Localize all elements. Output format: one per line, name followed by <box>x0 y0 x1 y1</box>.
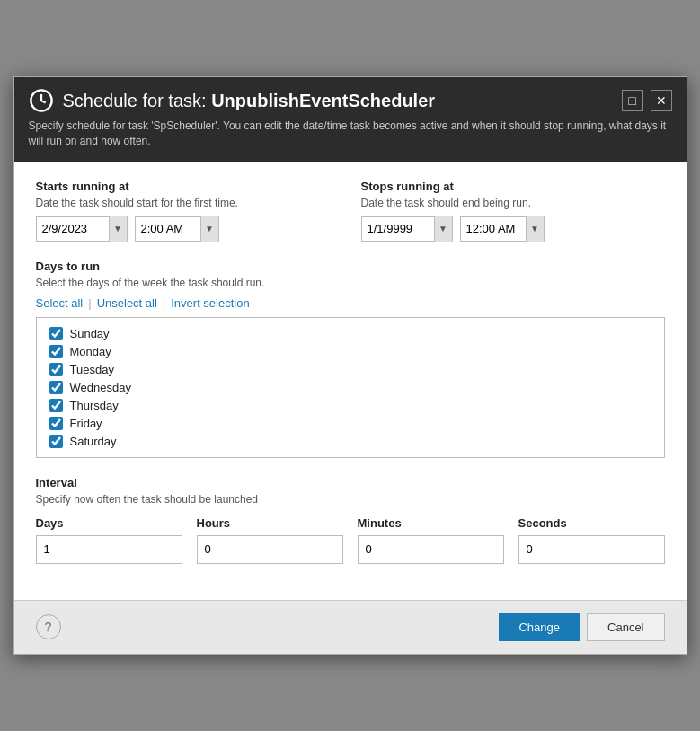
stops-time-input[interactable] <box>461 220 526 237</box>
days-to-run-title: Days to run <box>36 260 665 273</box>
starts-date-select[interactable]: ▼ <box>36 216 128 242</box>
day-item-friday: Friday <box>49 417 651 430</box>
dialog-header: Schedule for task: UnpublishEventSchedul… <box>14 77 687 162</box>
day-item-wednesday: Wednesday <box>49 381 651 394</box>
stops-running-desc: Date the task should end being run. <box>361 197 665 209</box>
cancel-button[interactable]: Cancel <box>587 613 664 641</box>
select-all-button[interactable]: Select all <box>36 296 84 310</box>
schedule-dialog: Schedule for task: UnpublishEventSchedul… <box>13 76 687 655</box>
interval-field-days: Days <box>36 516 182 564</box>
interval-label-hours: Hours <box>197 516 343 530</box>
day-label-saturday: Saturday <box>70 435 117 448</box>
day-label-thursday: Thursday <box>70 399 119 412</box>
interval-input-hours[interactable] <box>197 535 343 564</box>
starts-running-desc: Date the task should start for the first… <box>36 197 340 209</box>
day-checkbox-thursday[interactable] <box>49 399 63 412</box>
day-checkbox-sunday[interactable] <box>49 327 63 340</box>
starts-running-group: Starts running at Date the task should s… <box>36 180 340 242</box>
maximize-button[interactable]: □ <box>622 90 643 111</box>
day-label-friday: Friday <box>70 417 102 430</box>
day-label-wednesday: Wednesday <box>70 381 131 394</box>
starts-running-inputs: ▼ ▼ <box>36 216 340 242</box>
day-label-tuesday: Tuesday <box>70 363 114 376</box>
selection-links: Select all | Unselect all | Invert selec… <box>36 296 665 310</box>
interval-grid: DaysHoursMinutesSeconds <box>36 516 665 564</box>
interval-label-minutes: Minutes <box>358 516 504 530</box>
header-top: Schedule for task: UnpublishEventSchedul… <box>29 88 672 113</box>
stops-running-inputs: ▼ ▼ <box>361 216 665 242</box>
interval-title: Interval <box>36 476 665 489</box>
dialog-footer: ? Change Cancel <box>14 600 687 654</box>
day-checkbox-wednesday[interactable] <box>49 381 63 394</box>
date-range-section: Starts running at Date the task should s… <box>36 180 665 242</box>
stops-running-label: Stops running at <box>361 180 665 193</box>
separator-2: | <box>163 296 165 310</box>
day-checkbox-tuesday[interactable] <box>49 363 63 376</box>
header-controls: □ ✕ <box>622 90 672 111</box>
separator-1: | <box>88 296 91 310</box>
title-group: Schedule for task: UnpublishEventSchedul… <box>29 88 436 113</box>
interval-field-hours: Hours <box>197 516 343 564</box>
day-checkbox-saturday[interactable] <box>49 435 63 448</box>
task-name: UnpublishEventScheduler <box>211 91 435 110</box>
interval-field-seconds: Seconds <box>518 516 665 564</box>
dialog-body: Starts running at Date the task should s… <box>14 162 687 600</box>
starts-time-arrow[interactable]: ▼ <box>200 216 218 242</box>
change-button[interactable]: Change <box>499 613 580 641</box>
starts-time-select[interactable]: ▼ <box>135 216 219 242</box>
footer-actions: Change Cancel <box>499 613 664 641</box>
interval-field-minutes: Minutes <box>358 516 504 564</box>
stops-running-group: Stops running at Date the task should en… <box>361 180 665 242</box>
starts-time-input[interactable] <box>136 220 200 237</box>
day-label-sunday: Sunday <box>70 327 110 340</box>
dialog-title: Schedule for task: UnpublishEventSchedul… <box>63 91 436 111</box>
stops-date-select[interactable]: ▼ <box>361 216 453 242</box>
title-prefix: Schedule for task: <box>63 91 207 110</box>
interval-label-seconds: Seconds <box>518 516 665 530</box>
stops-time-arrow[interactable]: ▼ <box>526 216 544 242</box>
invert-selection-button[interactable]: Invert selection <box>171 296 249 310</box>
day-checkbox-monday[interactable] <box>49 345 63 358</box>
help-button[interactable]: ? <box>36 614 61 639</box>
day-item-saturday: Saturday <box>49 435 651 448</box>
day-label-monday: Monday <box>70 345 111 358</box>
interval-input-seconds[interactable] <box>518 535 665 564</box>
interval-desc: Specify how often the task should be lau… <box>36 493 665 506</box>
interval-section: Interval Specify how often the task shou… <box>36 476 665 564</box>
day-item-thursday: Thursday <box>49 399 651 412</box>
stops-time-select[interactable]: ▼ <box>460 216 545 242</box>
starts-running-label: Starts running at <box>36 180 340 193</box>
clock-icon <box>29 88 54 113</box>
day-item-monday: Monday <box>49 345 651 358</box>
close-button[interactable]: ✕ <box>651 90 672 111</box>
starts-date-input[interactable] <box>37 220 109 237</box>
day-item-sunday: Sunday <box>49 327 651 340</box>
stops-date-arrow[interactable]: ▼ <box>434 216 452 242</box>
stops-date-input[interactable] <box>362 220 434 237</box>
day-checkbox-friday[interactable] <box>49 417 63 430</box>
dialog-subtitle: Specify schedule for task 'SpScheduler'.… <box>29 119 672 149</box>
interval-label-days: Days <box>36 516 182 530</box>
day-item-tuesday: Tuesday <box>49 363 651 376</box>
days-to-run-desc: Select the days of the week the task sho… <box>36 277 665 289</box>
interval-input-days[interactable] <box>36 535 182 564</box>
interval-input-minutes[interactable] <box>358 535 504 564</box>
unselect-all-button[interactable]: Unselect all <box>97 296 157 310</box>
days-to-run-section: Days to run Select the days of the week … <box>36 260 665 458</box>
starts-date-arrow[interactable]: ▼ <box>109 216 127 242</box>
days-box: SundayMondayTuesdayWednesdayThursdayFrid… <box>36 317 665 458</box>
